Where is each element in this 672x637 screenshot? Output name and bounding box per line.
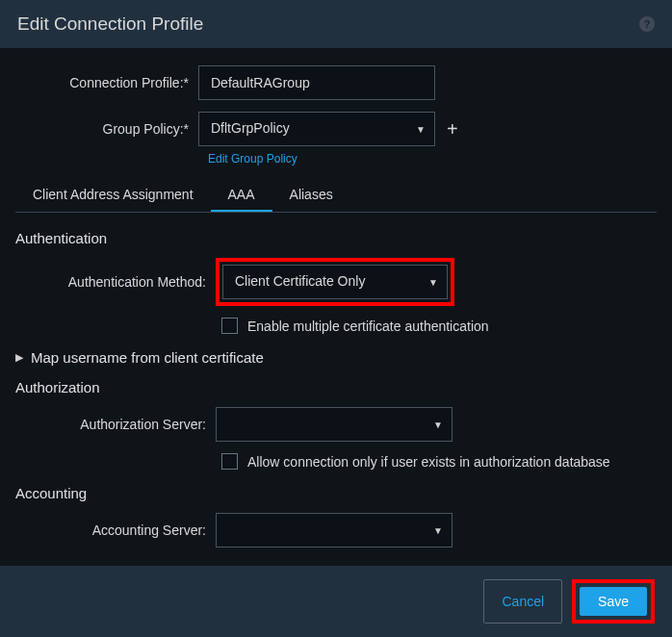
enable-multiple-cert-checkbox[interactable] <box>221 318 238 334</box>
tab-client-address-assignment[interactable]: Client Address Assignment <box>15 179 211 212</box>
connection-profile-input[interactable] <box>198 65 435 100</box>
tab-aaa[interactable]: AAA <box>211 179 272 212</box>
accounting-server-label: Accounting Server: <box>15 522 216 538</box>
dialog-header: Edit Connection Profile ? <box>0 0 672 48</box>
authorization-header: Authorization <box>15 379 657 395</box>
authentication-header: Authentication <box>15 230 657 246</box>
map-username-expand[interactable]: ▶ Map username from client certificate <box>15 349 657 366</box>
accounting-header: Accounting <box>15 485 657 501</box>
dialog-footer: Cancel Save <box>0 566 672 637</box>
tab-aliases[interactable]: Aliases <box>272 179 350 212</box>
allow-only-if-exists-label: Allow connection only if user exists in … <box>247 454 610 470</box>
help-icon[interactable]: ? <box>639 16 655 32</box>
authorization-server-select[interactable] <box>216 407 452 442</box>
dialog-title: Edit Connection Profile <box>17 13 203 35</box>
edit-group-policy-link[interactable]: Edit Group Policy <box>208 152 657 166</box>
allow-only-if-exists-checkbox[interactable] <box>221 453 238 470</box>
connection-profile-label: Connection Profile:* <box>15 75 198 90</box>
tab-bar: Client Address Assignment AAA Aliases <box>15 179 657 213</box>
authentication-method-label: Authentication Method: <box>15 274 216 290</box>
group-policy-select[interactable]: DfltGrpPolicy <box>198 112 435 146</box>
highlight-authentication-method: Client Certificate Only ▼ <box>216 258 454 306</box>
map-username-label: Map username from client certificate <box>31 349 264 366</box>
add-group-policy-icon[interactable]: + <box>447 118 458 140</box>
save-button[interactable]: Save <box>580 587 647 616</box>
authentication-method-select[interactable]: Client Certificate Only <box>222 265 448 299</box>
cancel-button[interactable]: Cancel <box>483 579 562 624</box>
accounting-server-select[interactable] <box>216 513 452 548</box>
enable-multiple-cert-label: Enable multiple certificate authenticati… <box>247 318 489 334</box>
highlight-save-button: Save <box>572 579 655 624</box>
chevron-right-icon: ▶ <box>15 351 23 364</box>
group-policy-label: Group Policy:* <box>15 121 198 137</box>
authorization-server-label: Authorization Server: <box>15 417 216 432</box>
dialog-content: Connection Profile:* Group Policy:* Dflt… <box>0 48 672 566</box>
